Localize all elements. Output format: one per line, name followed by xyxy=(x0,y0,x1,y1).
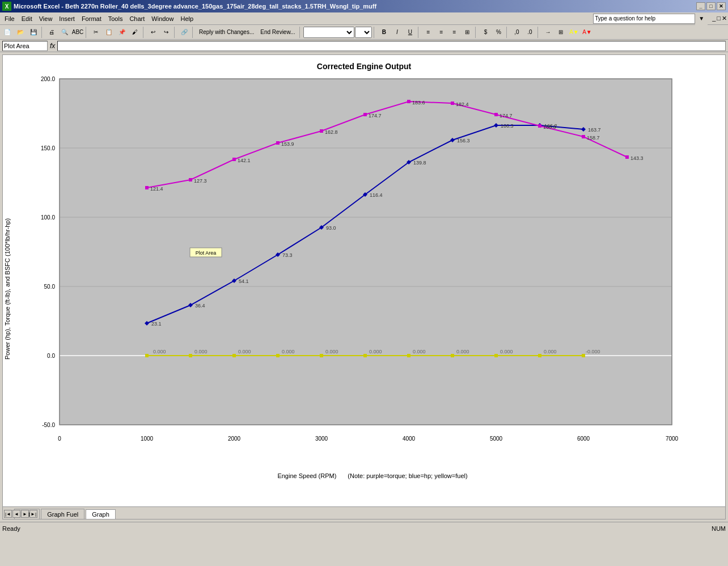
window-title: Microsoft Excel - Beth 2270n Roller_40 d… xyxy=(14,3,696,10)
tb-spellcheck[interactable]: ABC xyxy=(71,26,84,39)
tab-graph-fuel[interactable]: Graph Fuel xyxy=(41,509,84,519)
svg-rect-21 xyxy=(145,354,149,357)
tab-prev[interactable]: ◄ xyxy=(12,510,20,518)
tb-currency[interactable]: $ xyxy=(479,26,492,39)
svg-text:143.3: 143.3 xyxy=(630,155,644,161)
excel-restore[interactable]: □ xyxy=(717,15,721,22)
tb-underline[interactable]: U xyxy=(404,26,416,39)
maximize-button[interactable]: □ xyxy=(706,2,716,10)
tb-end-review[interactable]: End Review... xyxy=(257,26,298,39)
formula-bar: fx xyxy=(0,40,728,52)
svg-text:2000: 2000 xyxy=(228,436,241,442)
help-search[interactable] xyxy=(593,14,695,24)
chart-container[interactable]: Power (hp), Torque (ft-lb), and BSFC (10… xyxy=(3,73,725,504)
tb-undo[interactable]: ↩ xyxy=(147,26,159,39)
menu-file[interactable]: File xyxy=(1,12,18,24)
tb-align-left[interactable]: ≡ xyxy=(422,26,434,39)
svg-text:127.3: 127.3 xyxy=(194,178,207,184)
svg-rect-37 xyxy=(494,354,498,357)
svg-text:0.000: 0.000 xyxy=(194,349,208,354)
svg-text:100.0: 100.0 xyxy=(41,214,55,221)
svg-text:50.0: 50.0 xyxy=(44,284,56,290)
svg-text:6000: 6000 xyxy=(577,436,590,442)
tb-copy[interactable]: 📋 xyxy=(103,26,115,39)
svg-rect-23 xyxy=(189,354,192,357)
tab-nav-buttons[interactable]: |◄ ◄ ► ►| xyxy=(4,510,37,518)
tb-new[interactable]: 📄 xyxy=(1,26,14,39)
tb-redo[interactable]: ↪ xyxy=(160,26,172,39)
tb-bold[interactable]: B xyxy=(378,26,390,39)
svg-text:0.000: 0.000 xyxy=(456,349,469,354)
font-size-select[interactable] xyxy=(355,27,372,38)
svg-text:4000: 4000 xyxy=(403,436,416,442)
svg-rect-41 xyxy=(582,354,585,357)
tb-print[interactable]: 🖨 xyxy=(45,26,58,39)
tb-align-right[interactable]: ≡ xyxy=(448,26,460,39)
main-area: Corrected Engine Output Power (hp), Torq… xyxy=(2,54,726,519)
tb-indent[interactable]: → xyxy=(541,26,554,39)
tb-align-center[interactable]: ≡ xyxy=(435,26,447,39)
svg-text:153.9: 153.9 xyxy=(281,141,294,147)
excel-close[interactable]: ✕ xyxy=(722,15,727,22)
tab-next[interactable]: ► xyxy=(21,510,29,518)
menu-view[interactable]: View xyxy=(36,12,56,24)
svg-text:0.000: 0.000 xyxy=(325,349,338,354)
menu-window[interactable]: Window xyxy=(148,12,177,24)
svg-text:200.0: 200.0 xyxy=(41,76,55,82)
status-left: Ready xyxy=(2,525,20,532)
svg-text:116.4: 116.4 xyxy=(370,192,383,198)
tb-decrease-decimal[interactable]: .0 xyxy=(523,26,536,39)
minimize-button[interactable]: _ xyxy=(696,2,705,10)
tb-merge[interactable]: ⊞ xyxy=(461,26,473,39)
tb-borders[interactable]: ⊞ xyxy=(555,26,567,39)
menu-chart[interactable]: Chart xyxy=(126,12,148,24)
tb-italic[interactable]: I xyxy=(391,26,403,39)
tb-cut[interactable]: ✂ xyxy=(90,26,102,39)
excel-minimize[interactable]: _ xyxy=(712,15,716,22)
help-search-button[interactable]: ▼ xyxy=(695,12,708,25)
svg-text:7000: 7000 xyxy=(666,436,679,442)
svg-rect-67 xyxy=(189,178,192,181)
svg-text:73.3: 73.3 xyxy=(282,252,293,258)
svg-text:174.7: 174.7 xyxy=(500,113,513,119)
window-controls[interactable]: _ □ ✕ xyxy=(696,2,726,10)
tb-font-color[interactable]: A▼ xyxy=(581,26,593,39)
svg-text:166.3: 166.3 xyxy=(501,123,514,129)
menu-insert[interactable]: Insert xyxy=(56,12,78,24)
font-name-select[interactable] xyxy=(303,27,354,38)
tb-reply[interactable]: Reply with Changes... xyxy=(196,26,257,39)
app-icon: X xyxy=(2,2,11,11)
svg-rect-31 xyxy=(363,354,367,357)
name-box[interactable] xyxy=(2,41,48,51)
tb-preview[interactable]: 🔍 xyxy=(58,26,71,39)
tb-format-painter[interactable]: 🖌 xyxy=(129,26,141,39)
tab-bar: |◄ ◄ ► ►| Data Graph Fuel Graph xyxy=(3,506,725,519)
tb-open[interactable]: 📂 xyxy=(14,26,27,39)
tb-percent[interactable]: % xyxy=(492,26,505,39)
svg-text:0.000: 0.000 xyxy=(153,349,166,354)
tab-last[interactable]: ►| xyxy=(29,510,37,518)
menu-tools[interactable]: Tools xyxy=(105,12,126,24)
formula-input[interactable] xyxy=(57,41,726,51)
svg-rect-71 xyxy=(276,141,280,145)
close-button[interactable]: ✕ xyxy=(717,2,726,10)
tab-graph[interactable]: Graph xyxy=(86,509,116,519)
tab-first[interactable]: |◄ xyxy=(4,510,12,518)
svg-rect-79 xyxy=(451,102,454,105)
svg-text:156.3: 156.3 xyxy=(457,138,470,143)
svg-rect-35 xyxy=(451,354,454,357)
tb-save[interactable]: 💾 xyxy=(27,26,40,39)
tb-fill-color[interactable]: A▼ xyxy=(568,26,580,39)
tb-paste[interactable]: 📌 xyxy=(116,26,128,39)
status-bar: Ready NUM xyxy=(0,522,728,534)
menu-format[interactable]: Format xyxy=(78,12,105,24)
tb-hyperlink[interactable]: 🔗 xyxy=(178,26,191,39)
tb-increase-decimal[interactable]: ,0 xyxy=(510,26,523,39)
x-axis-title: Engine Speed (RPM) xyxy=(277,472,336,479)
svg-rect-33 xyxy=(407,354,410,357)
chart-svg-wrapper[interactable]: 200.0 150.0 100.0 50.0 0.0 -50.0 0 1000 … xyxy=(26,73,725,504)
menu-help[interactable]: Help xyxy=(177,12,197,24)
menu-edit[interactable]: Edit xyxy=(18,12,36,24)
svg-rect-27 xyxy=(276,354,280,357)
svg-rect-65 xyxy=(145,186,149,189)
